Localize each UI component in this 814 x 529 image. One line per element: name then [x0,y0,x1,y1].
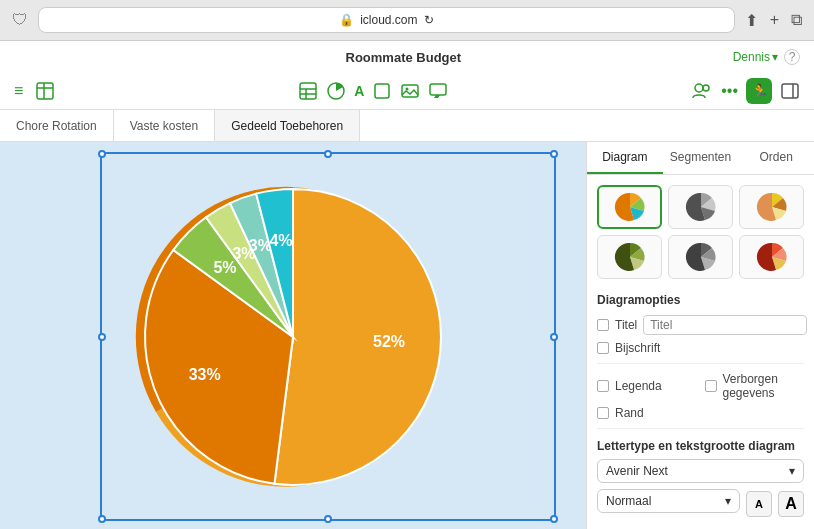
svg-rect-3 [300,83,316,99]
windows-icon[interactable]: ⧉ [791,11,802,30]
user-menu[interactable]: Dennis ▾ [733,50,778,64]
insert-table-icon[interactable] [35,81,55,101]
pie-chart[interactable] [133,177,453,497]
panel-tab-segmenten[interactable]: Segmenten [663,142,739,174]
address-bar[interactable]: 🔒 icloud.com ↻ [38,7,735,33]
diagram-options-title: Diagramopties [597,293,804,307]
tab-gedeeld-toebehoren[interactable]: Gedeeld Toebehoren [215,110,360,141]
legenda-label: Legenda [615,379,662,393]
svg-point-12 [695,84,703,92]
titel-label: Titel [615,318,637,332]
handle-bottom-right[interactable] [550,515,558,523]
rand-row: Rand [597,406,804,420]
panel-tab-diagram[interactable]: Diagram [587,142,663,174]
handle-top-left[interactable] [98,150,106,158]
svg-rect-14 [782,84,798,98]
font-style-value: Normaal [606,494,651,508]
font-family-dropdown[interactable]: Avenir Next ▾ [597,459,804,483]
shield-icon: 🛡 [12,11,28,29]
svg-point-13 [703,85,709,91]
font-section-title: Lettertype en tekstgrootte diagram [597,439,804,453]
text-icon[interactable]: A [354,83,364,99]
panel-content: Diagramopties Titel Bijschrift Legenda V… [587,175,814,529]
chart-style-3[interactable] [739,185,804,229]
titel-row: Titel [597,315,804,335]
format-icon[interactable]: 🏃 [746,78,772,104]
menu-icon[interactable]: ≡ [14,82,23,100]
new-tab-icon[interactable]: + [770,11,779,30]
handle-top-right[interactable] [550,150,558,158]
main-content: Diagram Segmenten Orden [0,142,814,529]
divider-1 [597,363,804,364]
app-title: Roommate Budget [346,50,462,65]
help-icon: ? [789,50,796,64]
svg-rect-0 [37,83,53,99]
handle-middle-right[interactable] [550,333,558,341]
font-increase-label: A [785,495,797,513]
tab-bar: Chore Rotation Vaste kosten Gedeeld Toeb… [0,110,814,142]
bijschrift-label: Bijschrift [615,341,660,355]
help-button[interactable]: ? [784,49,800,65]
app-header: Roommate Budget Dennis ▾ ? ≡ [0,41,814,110]
divider-2 [597,428,804,429]
handle-middle-left[interactable] [98,333,106,341]
handle-top-center[interactable] [324,150,332,158]
titel-input[interactable] [643,315,807,335]
chart-style-5[interactable] [668,235,733,279]
tab-spacer [360,110,814,141]
rand-checkbox[interactable] [597,407,609,419]
verborgen-gegevens-label: Verborgen gegevens [723,372,805,400]
font-style-dropdown[interactable]: Normaal ▾ [597,489,740,513]
chart-style-options [597,185,804,279]
address-text: icloud.com [360,13,417,27]
table-icon[interactable] [298,81,318,101]
handle-bottom-center[interactable] [324,515,332,523]
font-style-row: Normaal ▾ A A [597,489,804,519]
tab-chore-rotation[interactable]: Chore Rotation [0,110,114,141]
panel-toggle-icon[interactable] [780,81,800,101]
comment-icon[interactable] [428,81,448,101]
chevron-down-icon: ▾ [725,494,731,508]
chart-style-1[interactable] [597,185,662,229]
more-icon[interactable]: ••• [721,82,738,100]
chart-style-4[interactable] [597,235,662,279]
svg-rect-11 [430,84,446,95]
share-icon[interactable]: ⬆ [745,11,758,30]
tab-vaste-kosten[interactable]: Vaste kosten [114,110,215,141]
font-decrease-label: A [755,498,763,510]
user-name: Dennis [733,50,770,64]
chart-style-2[interactable] [668,185,733,229]
chart-style-6[interactable] [739,235,804,279]
font-increase-button[interactable]: A [778,491,804,517]
browser-chrome: 🛡 🔒 icloud.com ↻ ⬆ + ⧉ [0,0,814,41]
toolbar: ≡ [0,73,814,109]
legenda-rand-row: Legenda Verborgen gegevens [597,372,804,406]
handle-bottom-left[interactable] [98,515,106,523]
svg-rect-8 [375,84,389,98]
collaborate-icon[interactable] [691,80,713,102]
image-icon[interactable] [400,81,420,101]
rand-label: Rand [615,406,644,420]
verborgen-gegevens-checkbox[interactable] [705,380,717,392]
chevron-down-icon: ▾ [772,50,778,64]
lock-icon: 🔒 [339,13,354,27]
font-decrease-button[interactable]: A [746,491,772,517]
font-family-value: Avenir Next [606,464,668,478]
shape-icon[interactable] [372,81,392,101]
chart-icon[interactable] [326,81,346,101]
bijschrift-row: Bijschrift [597,341,804,355]
canvas-area[interactable] [0,142,586,529]
chevron-down-icon: ▾ [789,464,795,478]
panel-tabs: Diagram Segmenten Orden [587,142,814,175]
legenda-checkbox[interactable] [597,380,609,392]
panel-tab-orden[interactable]: Orden [738,142,814,174]
right-panel: Diagram Segmenten Orden [586,142,814,529]
refresh-icon[interactable]: ↻ [424,13,434,27]
bijschrift-checkbox[interactable] [597,342,609,354]
titel-checkbox[interactable] [597,319,609,331]
